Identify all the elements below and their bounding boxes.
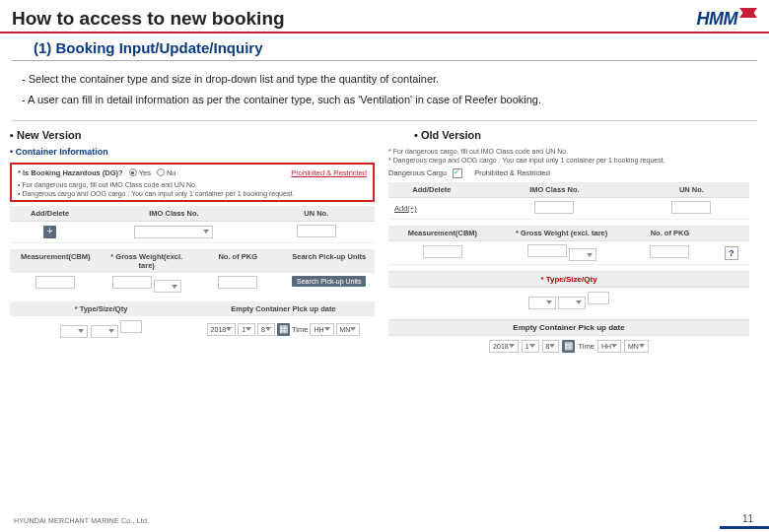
dg-checkbox[interactable]	[453, 168, 462, 178]
bullet-2: - A user can fill in detail information …	[22, 90, 747, 110]
un-input-old[interactable]	[671, 201, 711, 214]
calendar-icon[interactable]: ▦	[277, 323, 290, 336]
help-icon[interactable]: ?	[725, 246, 738, 260]
container-info-heading: • Container Information	[10, 147, 375, 157]
gw-input-old[interactable]	[527, 244, 567, 257]
pkg-input[interactable]	[218, 276, 257, 289]
measure-row-new: Search Pick-up Units	[10, 273, 375, 297]
imo-input-old[interactable]	[534, 201, 574, 214]
old-version-column: • Old Version * For dangerous cargo, fil…	[388, 129, 749, 357]
gw-unit-old[interactable]	[569, 248, 596, 261]
new-version-label: ▪ New Version	[10, 129, 375, 141]
day-select[interactable]: 8	[257, 323, 275, 336]
type-select-old[interactable]	[528, 297, 556, 309]
table-row: Add(+)	[388, 197, 749, 219]
section-subtitle: (1) Booking Input/Update/Inquiry	[12, 33, 757, 61]
old-note-1: * For dangerous cargo, fill out IMO Clas…	[388, 147, 749, 156]
gw-input[interactable]	[112, 276, 152, 289]
cbm-input[interactable]	[35, 276, 75, 289]
day-old[interactable]: 8	[542, 340, 560, 353]
imo-table-old: Add/Delete IMO Class No. UN No. Add(+)	[388, 182, 749, 220]
pr-label: Prohibited & Restricted	[474, 168, 550, 177]
col-add: Add/Delete	[10, 206, 90, 222]
pkg-input-old[interactable]	[650, 245, 689, 258]
table-row: ?	[388, 240, 749, 265]
hazardous-question: * Is Booking Hazardous (DG)?	[18, 168, 123, 177]
type-row-new: 2018 1 8 ▦ Time HH MN	[10, 316, 375, 342]
search-pickup-button[interactable]: Search Pick-up Units	[292, 276, 366, 287]
hh-old[interactable]: HH	[597, 340, 621, 353]
instruction-box: - Select the container type and size in …	[12, 61, 757, 121]
radio-no[interactable]: No	[157, 168, 176, 177]
col-un: UN No.	[258, 206, 375, 222]
year-select[interactable]: 2018	[207, 323, 237, 336]
mn-select[interactable]: MN	[336, 323, 361, 336]
dg-label: Dangerous Cargo	[388, 168, 447, 177]
add-row-button[interactable]: +	[43, 226, 56, 238]
empty-pickup-header-old: Empty Container Pick up date	[388, 319, 749, 336]
type-select[interactable]	[60, 325, 88, 338]
imo-select[interactable]	[134, 226, 213, 238]
slide-header: How to access to new booking HMM	[0, 0, 769, 33]
dg-note-1: • For dangerous cargo, fill out IMO Clas…	[18, 180, 367, 189]
new-version-column: ▪ New Version • Container Information * …	[10, 129, 375, 357]
hh-select[interactable]: HH	[310, 323, 333, 336]
prohibited-link[interactable]: Prohibited & Restricted	[291, 168, 367, 177]
measure-table-old: Measurement(CBM) * Gross Weight (excl. t…	[388, 226, 749, 266]
size-select[interactable]	[91, 325, 118, 338]
page-title: How to access to new booking	[12, 8, 285, 30]
month-old[interactable]: 1	[522, 340, 539, 353]
mn-old[interactable]: MN	[624, 340, 649, 353]
company-footer: HYUNDAI MERCHANT MARINE Co., Ltd.	[14, 517, 149, 524]
col-imo: IMO Class No.	[90, 206, 257, 222]
month-select[interactable]: 1	[238, 323, 255, 336]
footer-accent-bar	[720, 526, 769, 529]
gw-unit-select[interactable]	[154, 280, 181, 293]
qty-input[interactable]	[120, 320, 142, 333]
type-header-new: * Type/Size/Qty Empty Container Pick up …	[10, 301, 375, 316]
old-version-panel: * For dangerous cargo, fill out IMO Clas…	[388, 147, 749, 357]
bullet-1: - Select the container type and size in …	[22, 69, 747, 90]
dg-note-2: • Dangerous cargo and OOG cargo : You ca…	[18, 189, 367, 198]
size-select-old[interactable]	[558, 297, 586, 309]
qty-input-old[interactable]	[588, 292, 609, 304]
calendar-icon-old[interactable]: ▦	[562, 340, 575, 353]
old-note-2: * Dangerous cargo and OOG cargo : You ca…	[388, 156, 749, 165]
cbm-input-old[interactable]	[423, 245, 462, 258]
imo-table-new: Add/Delete IMO Class No. UN No. +	[10, 206, 375, 243]
radio-yes[interactable]: Yes	[129, 168, 151, 177]
measure-header-new: Measurement(CBM) * Gross Weight(excl. ta…	[10, 249, 375, 273]
old-version-label: • Old Version	[414, 129, 749, 141]
add-plus-link[interactable]: Add(+)	[394, 204, 417, 213]
hazardous-highlight-box: * Is Booking Hazardous (DG)? Yes No Proh…	[10, 163, 375, 202]
type-size-header-old: * Type/Size/Qty	[388, 271, 749, 288]
new-version-panel: • Container Information * Is Booking Haz…	[10, 147, 375, 342]
un-input[interactable]	[297, 225, 336, 237]
year-old[interactable]: 2018	[489, 340, 519, 353]
table-row: +	[10, 221, 375, 242]
hmm-logo: HMM	[697, 8, 758, 30]
page-number: 11	[742, 513, 753, 524]
